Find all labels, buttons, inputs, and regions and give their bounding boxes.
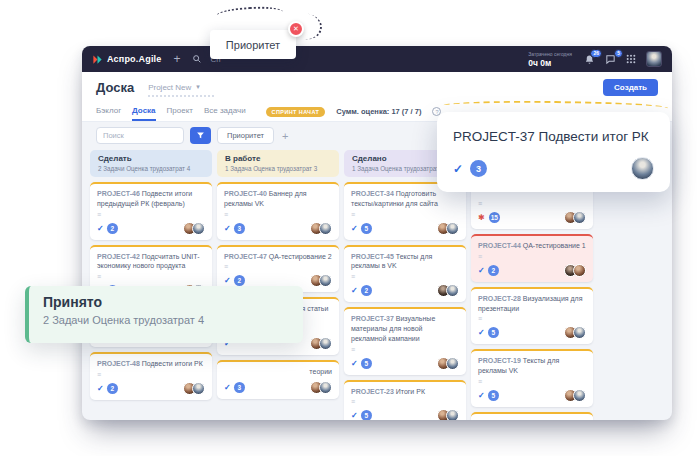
time-tracker[interactable]: Затрачено сегодня 0ч 0м [528,51,572,68]
accepted-title: Принято [43,294,289,310]
task-title: PROJECT-46 Подвести итоги предыдущей РК … [97,189,205,209]
avatar [192,382,205,395]
notifications-button[interactable]: 26 [584,54,595,65]
messages-button[interactable]: 5 [605,54,616,65]
description-icon: ≡ [351,273,459,280]
assignee-avatars [310,222,332,235]
tab-project[interactable]: Проект [167,102,193,121]
task-card[interactable]: PROJECT-28 Визуализация для презентации … [471,287,593,345]
board-header: Доска Project New ▾ Создать [82,72,672,102]
app-name: Аспро.Agile [107,54,162,64]
project-selector[interactable]: Project New ▾ [148,83,200,92]
tab-backlog[interactable]: Бэклог [96,102,121,121]
estimate-badge: 5 [488,327,499,338]
decorative-scribble [217,5,284,21]
check-icon: ✓ [478,266,485,275]
avatar [573,389,586,402]
estimate-badge: 3 [234,382,245,393]
avatar [446,222,459,235]
sprint-summary: Сумм. оценка: 17 (7 / 7) [336,107,421,116]
task-title: PROJECT-28 Визуализация для презентации [478,294,586,314]
create-button[interactable]: Создать [603,79,658,96]
avatar [446,357,459,370]
check-icon: ✓ [453,162,463,176]
check-icon: ✓ [351,286,358,295]
check-icon: ✓ [224,276,231,285]
priority-filter-button[interactable]: Приоритет [217,127,274,144]
description-icon: ≡ [478,200,586,207]
popup-task-title: PROJECT-37 Подвести итог РК [453,129,654,144]
apps-grid-button[interactable] [626,50,636,68]
accepted-subtitle: 2 Задачи Оценка трудозатрат 4 [43,314,289,326]
description-icon: ≡ [478,378,586,385]
estimate-badge: 3 [234,223,245,234]
priority-tooltip-label: Приоритет [226,39,280,51]
project-selector-value: Project New [148,83,191,92]
description-icon: ≡ [224,211,332,218]
page: Аспро.Agile + Сп Затрачено сегодня 0ч 0м… [0,0,700,456]
description-icon: ≡ [97,211,205,218]
close-icon[interactable]: ✕ [288,21,304,37]
tab-all-tasks[interactable]: Все задачи [204,102,246,121]
check-icon: ✓ [478,328,485,337]
accepted-column-popup: Принято 2 Задачи Оценка трудозатрат 4 [25,286,303,343]
assignee-avatars [437,284,459,297]
logo-icon [92,54,103,65]
messages-badge: 5 [614,49,623,58]
task-card[interactable]: PROJECT-40 Баннер для рекламы VK ≡ ✓3 [217,182,339,240]
description-icon: ≡ [478,315,586,322]
task-card[interactable]: PROJECT-16 Подвести итоги РК ≡ [471,412,593,420]
estimate-badge: 3 [470,160,487,177]
task-card[interactable]: PROJECT-48 Подвести итоги РК ≡ ✓2 [90,352,212,400]
task-title: PROJECT-23 Итоги РК [351,387,459,397]
assignee-avatars [183,222,205,235]
topbar-right-group: Затрачено сегодня 0ч 0м 26 5 [528,50,662,68]
grid-icon [626,54,636,64]
tab-board[interactable]: Доска [132,102,155,121]
filter-button[interactable] [190,127,211,144]
task-title: PROJECT-19 Тексты для рекламы VK [478,356,586,376]
sprint-status-badge: СПРИНТ НАЧАТ [266,107,326,117]
overdue-icon: ✱ [478,213,485,222]
estimate-badge: 2 [234,275,245,286]
task-card[interactable]: PROJECT-19 Тексты для рекламы VK ≡ ✓5 [471,349,593,407]
task-card[interactable]: PROJECT-46 Подвести итоги предыдущей РК … [90,182,212,240]
assignee-avatars [564,389,586,402]
assignee-avatar [631,157,654,180]
task-title: PROJECT-44 QA-тестирование 1 [478,241,586,251]
avatar [319,381,332,394]
task-card[interactable]: PROJECT-45 Тексты для рекламы в VK ≡ ✓2 [344,245,466,303]
check-icon: ✓ [224,383,231,392]
task-card[interactable]: PROJECT-23 Итоги РК ≡ ✓5 [344,380,466,420]
column-header[interactable]: Сделать 2 Задачи Оценка трудозатрат 4 [90,150,212,177]
assignee-avatars [310,337,332,350]
task-title: PROJECT-37 Визуальные материалы для ново… [351,314,459,343]
check-icon: ✓ [351,224,358,233]
check-icon: ✓ [97,224,104,233]
app-logo[interactable]: Аспро.Agile [92,54,162,65]
assignee-avatars [564,326,586,339]
chevron-down-icon: ▾ [196,83,200,91]
task-card[interactable]: PROJECT-37 Визуальные материалы для ново… [344,307,466,374]
assignee-avatars [564,264,586,277]
assignee-avatars [310,274,332,287]
task-card-occluded[interactable]: теории ✓3 [217,360,339,399]
check-icon: ✓ [351,411,358,420]
estimate-badge: 5 [488,390,499,401]
task-title: теории [224,367,332,377]
estimate-badge: 15 [489,212,500,223]
column-header[interactable]: В работе 1 Задача Оценка трудозатрат 3 [217,150,339,177]
add-filter-button[interactable]: + [282,130,288,142]
check-icon: ✓ [97,384,104,393]
priority-tooltip: Приоритет ✕ [210,30,296,59]
task-title: PROJECT-42 Подсчитать UNIT-экономику нов… [97,252,205,272]
add-icon[interactable]: + [174,53,181,65]
estimate-badge: 5 [361,358,372,369]
task-card[interactable]: PROJECT-44 QA-тестирование 1 ≡ ✓2 [471,234,593,282]
task-detail-popup[interactable]: PROJECT-37 Подвести итог РК ✓ 3 [437,112,670,192]
search-icon[interactable] [192,54,202,64]
description-icon: ≡ [97,371,205,378]
check-icon: ✓ [351,359,358,368]
search-input[interactable] [96,127,184,144]
user-avatar[interactable] [646,51,662,67]
